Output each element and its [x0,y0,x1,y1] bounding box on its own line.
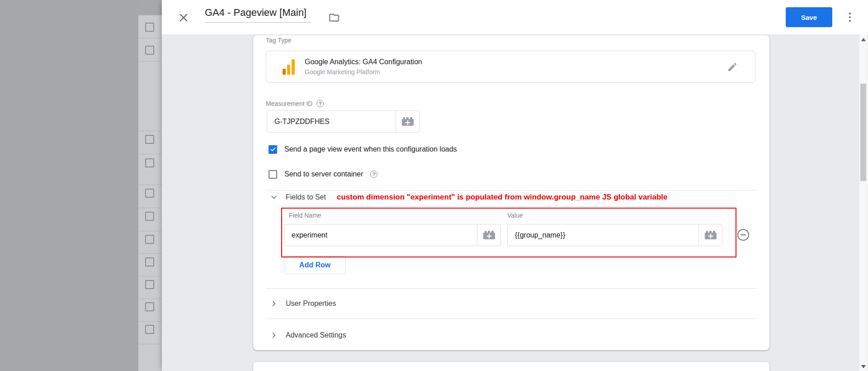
scroll-down-icon[interactable] [861,365,866,368]
advanced-settings-label: Advanced Settings [286,331,346,339]
background-row-checkbox [145,212,154,221]
background-row-separator [138,38,162,38]
annotation-text: custom dimension "experiment" is populat… [337,193,668,202]
tag-type-card[interactable]: Google Analytics: GA4 Configuration Goog… [266,51,755,83]
background-row-checkbox [145,23,154,32]
background-row-separator [138,61,162,62]
tag-name-field[interactable]: GA4 - Pageview [Main] [205,7,311,23]
value-column-label: Value [507,212,523,219]
background-row-checkbox [145,158,154,167]
tag-type-name: Google Analytics: GA4 Configuration [305,58,422,66]
send-pageview-label: Send a page view event when this configu… [284,145,457,153]
fields-to-set-header[interactable]: Fields to Set custom dimension "experime… [253,191,769,204]
tag-name: GA4 - Pageview [Main] [205,7,311,23]
background-row-separator [138,299,162,299]
editor-titlebar: GA4 - Pageview [Main] Save [162,0,868,35]
chevron-down-icon [269,193,278,202]
variable-picker-icon[interactable] [477,224,500,246]
page-scrim [0,0,138,371]
background-row-separator [138,253,162,254]
chevron-right-icon [269,299,278,308]
background-row-separator [138,276,162,276]
background-table-checkbox-column [138,0,162,371]
background-row-separator [138,154,162,154]
tag-configuration-card: Tag Type Google Analytics: GA4 Configura… [253,35,769,350]
background-row-separator [138,344,162,344]
background-table-header [138,0,162,15]
close-icon[interactable] [177,11,190,24]
divider [266,319,757,319]
tag-type-section-label: Tag Type [266,37,292,44]
measurement-id-group [267,110,420,133]
field-name-input[interactable] [284,224,477,246]
save-button[interactable]: Save [786,7,832,27]
background-row-checkbox [145,189,154,198]
background-row-separator [138,131,162,131]
field-name-column-label: Field Name [289,212,321,219]
background-row-checkbox [145,280,154,289]
background-row-checkbox [145,135,154,144]
fields-to-set-label: Fields to Set [286,193,326,201]
scroll-up-icon[interactable] [861,38,866,41]
background-row-separator [138,15,162,15]
add-row-button[interactable]: Add Row [284,256,346,274]
background-row-checkbox [145,325,154,334]
remove-row-icon[interactable] [737,229,749,241]
background-row-separator [138,185,162,185]
edit-pencil-icon[interactable] [727,62,738,72]
background-row-separator [138,208,162,208]
field-name-group [284,224,501,246]
user-properties-header[interactable]: User Properties [253,297,769,310]
next-section-card [253,362,769,371]
measurement-id-input[interactable] [267,111,396,132]
send-to-server-checkbox[interactable] [269,170,277,179]
divider [266,190,757,190]
measurement-id-label: Measurement ID [266,100,312,107]
background-row-separator [138,321,162,322]
background-row-checkbox [145,257,154,266]
divider [266,288,757,289]
scrollbar-track[interactable] [859,34,868,371]
help-icon[interactable]: ? [316,100,324,107]
google-analytics-icon [283,59,295,75]
more-options-icon[interactable] [845,11,854,24]
chevron-right-icon [269,331,278,340]
scrollbar-thumb[interactable] [860,84,866,181]
send-to-server-label: Send to server container [284,170,363,178]
background-row-checkbox [145,235,154,244]
background-row-separator [138,231,162,231]
gtm-tag-editor-screen: GA4 - Pageview [Main] Save Tag Type Goog… [0,0,868,371]
background-row-checkbox [145,302,154,311]
variable-picker-icon[interactable] [698,224,722,246]
user-properties-label: User Properties [286,300,336,308]
help-icon[interactable]: ? [370,171,377,178]
send-pageview-checkbox[interactable] [269,145,277,154]
field-value-input[interactable] [508,224,698,246]
background-row-checkbox [145,46,154,55]
variable-picker-icon[interactable] [396,111,419,132]
tag-type-vendor: Google Marketing Platform [305,68,422,76]
field-value-group [507,224,722,246]
folder-icon[interactable] [328,12,340,24]
advanced-settings-header[interactable]: Advanced Settings [253,329,769,342]
